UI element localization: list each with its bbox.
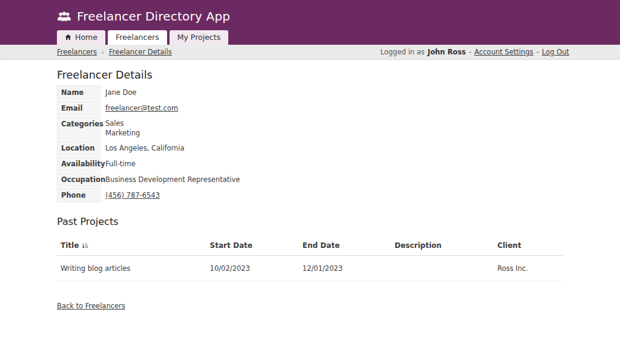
detail-row-location: Location Los Angeles, California [57,141,563,155]
sort-icon[interactable] [82,242,88,249]
detail-value-email: freelancer@test.com [101,101,178,115]
column-header-end-date[interactable]: End Date [299,236,391,256]
account-settings-link[interactable]: Account Settings [475,48,533,56]
tab-freelancers[interactable]: Freelancers [108,30,167,45]
detail-label-phone: Phone [57,188,101,203]
detail-label-occupation: Occupation [57,172,101,187]
logged-in-text: Logged in as [380,48,424,56]
tab-my-projects[interactable]: My Projects [170,30,228,45]
detail-label-email: Email [57,101,101,115]
category-item: Marketing [105,129,140,137]
main-content: Freelancer Details Name Jane Doe Email f… [0,69,620,310]
project-client-cell: Ross Inc. [493,256,563,281]
detail-label-availability: Availability [57,157,101,171]
detail-value-categories: Sales Marketing [101,117,140,140]
category-item: Sales [105,119,140,128]
tab-home-label: Home [75,33,97,42]
project-start-date-cell: 10/02/2023 [206,256,299,281]
tab-bar: Home Freelancers My Projects [57,30,620,45]
back-link-container: Back to Freelancers [57,302,563,310]
phone-link[interactable]: (456) 787-6543 [105,191,160,200]
breadcrumb-link-freelancer-details[interactable]: Freelancer Details [109,48,172,56]
session-info: Logged in as John Ross - Account Setting… [380,48,569,56]
column-client-label: Client [497,241,521,250]
detail-value-occupation: Business Development Representative [101,172,240,187]
session-dash-2: - [536,48,539,56]
column-end-label: End Date [303,241,340,250]
tab-freelancers-label: Freelancers [116,33,159,42]
project-description-cell [391,256,494,281]
tab-my-projects-label: My Projects [177,33,220,42]
app-title: Freelancer Directory App [77,9,230,24]
past-projects-title: Past Projects [57,216,563,227]
log-out-link[interactable]: Log Out [542,48,569,56]
location-value: Los Angeles, California [105,144,185,152]
detail-value-location: Los Angeles, California [101,141,185,155]
detail-row-categories: Categories Sales Marketing [57,117,563,140]
detail-label-categories: Categories [57,117,101,140]
column-start-label: Start Date [210,241,252,250]
column-header-client[interactable]: Client [493,236,563,256]
detail-label-name: Name [57,85,101,100]
detail-row-name: Name Jane Doe [57,85,563,100]
detail-row-email: Email freelancer@test.com [57,101,563,115]
users-icon [57,11,71,22]
breadcrumb-bar: Freelancers › Freelancer Details Logged … [0,45,620,60]
breadcrumb: Freelancers › Freelancer Details [57,48,172,56]
page-title: Freelancer Details [57,69,563,81]
home-icon [65,34,71,41]
freelancer-details-list: Name Jane Doe Email freelancer@test.com … [57,85,563,203]
detail-row-availability: Availability Full-time [57,157,563,171]
past-projects-table: Title Start Date [57,236,563,281]
detail-value-name: Jane Doe [101,85,136,100]
tab-home[interactable]: Home [57,30,105,45]
detail-label-location: Location [57,141,101,155]
logged-in-username: John Ross [427,48,466,56]
session-dash-1: - [469,48,471,56]
breadcrumb-link-freelancers[interactable]: Freelancers [57,48,97,56]
column-header-title[interactable]: Title [57,236,206,256]
app-brand: Freelancer Directory App [0,0,620,24]
detail-row-phone: Phone (456) 787-6543 [57,188,563,203]
email-link[interactable]: freelancer@test.com [105,104,178,112]
projects-header-row: Title Start Date [57,236,563,256]
column-description-label: Description [395,241,442,250]
detail-value-phone: (456) 787-6543 [101,188,160,203]
project-title-cell: Writing blog articles [57,256,206,281]
back-to-freelancers-link[interactable]: Back to Freelancers [57,302,125,310]
project-end-date-cell: 12/01/2023 [299,256,391,281]
availability-value: Full-time [105,160,136,168]
name-value: Jane Doe [105,88,136,97]
occupation-value: Business Development Representative [105,175,240,184]
project-row: Writing blog articles 10/02/2023 12/01/2… [57,256,563,281]
app-header: Freelancer Directory App Home Freelancer… [0,0,620,45]
detail-row-occupation: Occupation Business Development Represen… [57,172,563,187]
detail-value-availability: Full-time [101,157,136,171]
column-header-description[interactable]: Description [391,236,494,256]
column-header-start-date[interactable]: Start Date [206,236,299,256]
column-title-label: Title [61,241,79,250]
breadcrumb-separator: › [102,49,104,56]
